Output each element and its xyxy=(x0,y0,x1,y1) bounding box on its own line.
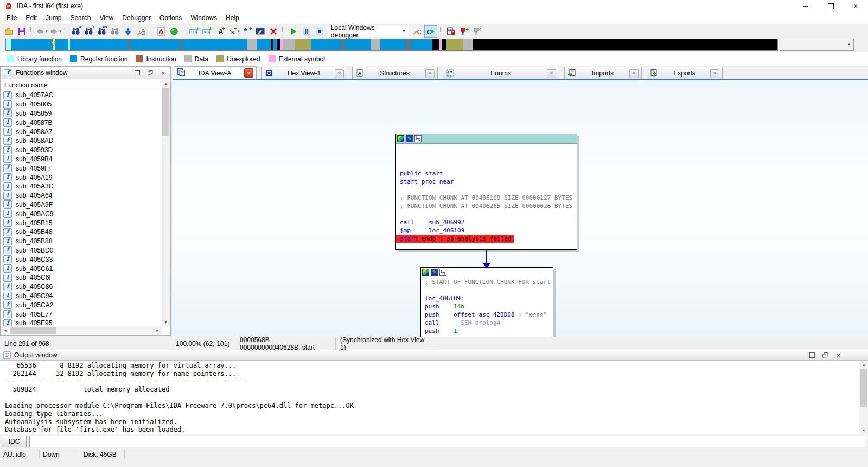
functions-vertical-scrollbar[interactable]: ▲ ▼ xyxy=(162,79,170,326)
node-group-icon[interactable] xyxy=(414,135,422,142)
tab-exports[interactable]: Exports✕ xyxy=(647,67,723,79)
function-list-item[interactable]: fsub_405CA2 xyxy=(1,300,161,310)
scroll-down-icon[interactable]: ▼ xyxy=(860,426,868,434)
segment-report-button[interactable] xyxy=(445,26,457,37)
function-list-item[interactable]: fsub_405B88 xyxy=(1,237,161,246)
scroll-up-icon[interactable]: ▲ xyxy=(860,361,868,369)
attach-compile-button[interactable]: C xyxy=(411,26,423,37)
scrollbar-thumb[interactable] xyxy=(860,369,867,407)
scroll-up-icon[interactable]: ▲ xyxy=(162,79,170,87)
function-list-item[interactable]: fsub_40587B xyxy=(1,118,161,127)
function-list-item[interactable]: fsub_405859 xyxy=(1,109,161,118)
menu-file[interactable]: File xyxy=(2,12,21,23)
node-color-icon[interactable] xyxy=(422,269,429,276)
breakpoint-add-button[interactable]: + xyxy=(458,26,470,37)
panel-float-button[interactable] xyxy=(821,351,829,359)
debugger-pause-button[interactable] xyxy=(301,26,312,37)
node-titlebar[interactable]: ✎ xyxy=(396,134,577,144)
tab-enums[interactable]: Enums✕ xyxy=(443,67,559,79)
function-list-item[interactable]: fsub_405B48 xyxy=(1,228,161,237)
breakpoint-delete-button[interactable] xyxy=(471,26,483,37)
function-list-item[interactable]: fsub_405E77 xyxy=(1,310,161,319)
menu-windows[interactable]: Windows xyxy=(186,12,221,23)
function-list-item[interactable]: fsub_405C86 xyxy=(1,282,161,292)
menu-debugger[interactable]: Debugger xyxy=(118,12,155,23)
function-list-item[interactable]: fsub_4059B4 xyxy=(1,155,161,164)
make-ascii-button[interactable]: A+ xyxy=(214,26,226,37)
function-list-item[interactable]: fsub_405A64 xyxy=(1,191,161,200)
search-text-button[interactable]: T xyxy=(83,26,95,37)
tab-imports[interactable]: Imports✕ xyxy=(564,67,642,79)
menu-options[interactable]: Options xyxy=(155,12,186,23)
function-list-item[interactable]: fsub_405AC9 xyxy=(1,209,161,218)
scrollbar-thumb[interactable] xyxy=(10,327,56,334)
make-array-button[interactable]: *+ xyxy=(241,26,253,37)
function-list-item[interactable]: fsub_4057AC xyxy=(1,91,161,100)
tab-close-button[interactable]: ✕ xyxy=(335,69,344,78)
function-list-item[interactable]: fsub_405A9F xyxy=(1,200,161,210)
panel-maximize-button[interactable] xyxy=(133,69,141,77)
node-group-icon[interactable] xyxy=(439,269,446,276)
make-data-button[interactable]: DATA+ xyxy=(201,26,213,37)
node-edit-icon[interactable]: ✎ xyxy=(431,269,438,276)
function-name-column-header[interactable]: Function name xyxy=(1,79,170,91)
panel-maximize-button[interactable] xyxy=(808,351,816,359)
make-code-button[interactable]: CODE+ xyxy=(188,26,200,37)
function-list-item[interactable]: fsub_405C94 xyxy=(1,292,161,301)
output-vertical-scrollbar[interactable]: ▲ ▼ xyxy=(859,361,868,434)
panel-close-button[interactable]: × xyxy=(159,69,167,77)
search-repeat-button[interactable] xyxy=(109,26,121,37)
function-list-item[interactable]: fsub_405BD0 xyxy=(1,246,161,255)
scroll-left-icon[interactable]: ◄ xyxy=(1,326,9,335)
tab-close-button[interactable]: ✕ xyxy=(710,69,719,78)
edit-function-button[interactable] xyxy=(254,26,266,37)
open-file-button[interactable] xyxy=(3,26,15,37)
save-file-button[interactable] xyxy=(16,26,28,37)
graph-node-start[interactable]: ✎ public startstart proc near ; FUNCTION… xyxy=(395,134,577,250)
signature-lock-button[interactable] xyxy=(135,26,147,37)
tab-hex-view-1[interactable]: Hex View-1✕ xyxy=(261,67,347,79)
idc-language-button[interactable]: IDC xyxy=(2,436,27,447)
function-list-item[interactable]: fsub_4059FF xyxy=(1,163,161,173)
undefine-button[interactable] xyxy=(267,26,279,37)
node-color-icon[interactable] xyxy=(397,135,404,142)
minimize-button[interactable] xyxy=(793,0,818,12)
function-list-item[interactable]: fsub_405A19 xyxy=(1,173,161,182)
nav-back-button[interactable]: ▼ xyxy=(36,26,48,37)
menu-edit[interactable]: Edit xyxy=(21,12,41,23)
problems-button[interactable]: A xyxy=(155,26,167,37)
functions-horizontal-scrollbar[interactable]: ◄ ► xyxy=(1,326,162,335)
debugger-select-combo[interactable]: Local Windows debugger▼ xyxy=(328,26,409,37)
scroll-down-icon[interactable]: ▼ xyxy=(162,318,170,326)
analysis-ok-button[interactable] xyxy=(168,26,180,37)
search-immediate-button[interactable]: 101 xyxy=(96,26,108,37)
search-binary-button[interactable]: # xyxy=(70,26,82,37)
function-list-item[interactable]: fsub_4058AD xyxy=(1,136,161,146)
node-titlebar[interactable]: ✎ xyxy=(421,268,553,277)
function-list-item[interactable]: fsub_405A3C xyxy=(1,182,161,191)
tab-ida-view-a[interactable]: IDA View-A✕ xyxy=(174,66,257,79)
node-edit-icon[interactable]: ✎ xyxy=(406,135,413,142)
graph-node-loc-406109[interactable]: ✎ ; START OF FUNCTION CHUNK FOR start lo… xyxy=(420,267,553,337)
navband-range-combo[interactable]: ▼ xyxy=(780,39,854,51)
maximize-button[interactable] xyxy=(818,0,843,12)
tab-close-button[interactable]: ✕ xyxy=(425,69,435,78)
panel-close-button[interactable]: × xyxy=(834,351,842,359)
tab-close-button[interactable]: ✕ xyxy=(244,68,253,78)
debugger-start-button[interactable] xyxy=(288,26,299,37)
idc-command-input[interactable] xyxy=(29,436,866,447)
tab-structures[interactable]: AStructures✕ xyxy=(352,67,438,79)
tab-close-button[interactable]: ✕ xyxy=(629,69,639,78)
nav-forward-button[interactable]: ▼ xyxy=(49,26,62,37)
function-list-item[interactable]: fsub_405B15 xyxy=(1,218,161,228)
function-list-item[interactable]: fsub_405C61 xyxy=(1,264,161,273)
function-list-item[interactable]: fsub_405C33 xyxy=(1,255,161,264)
menu-search[interactable]: Search xyxy=(66,12,95,23)
jump-address-button[interactable] xyxy=(122,26,134,37)
tab-close-button[interactable]: ✕ xyxy=(547,69,556,78)
ida-graph-view[interactable]: ✎ public startstart proc near ; FUNCTION… xyxy=(173,80,868,337)
attach-run-button[interactable]: C xyxy=(424,25,437,38)
menu-view[interactable]: View xyxy=(95,12,118,23)
function-list-item[interactable]: fsub_40593D xyxy=(1,146,161,155)
make-string-button[interactable]: 's+▼ xyxy=(227,26,240,37)
